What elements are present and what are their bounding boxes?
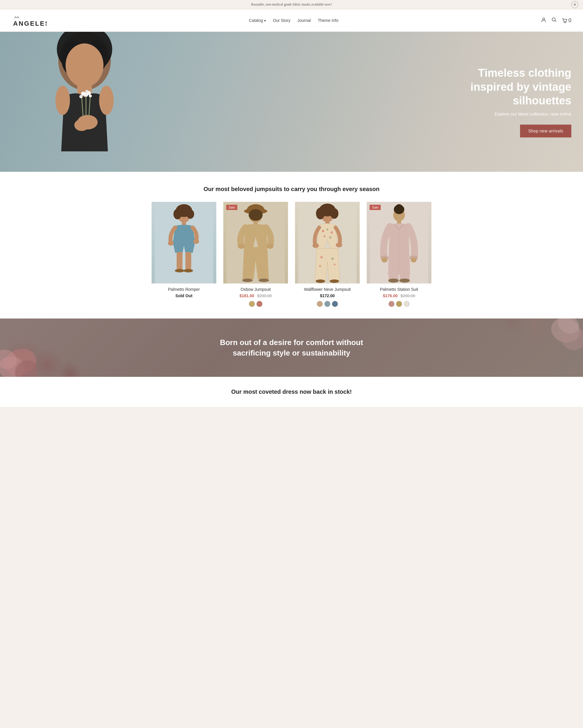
flower-decoration-right <box>536 318 583 365</box>
product-card-palmetto-romper[interactable]: Palmetto Romper Sold Out <box>151 202 216 307</box>
color-swatches-2 <box>223 301 288 307</box>
svg-text:Los: Los <box>14 15 19 19</box>
svg-point-43 <box>238 243 245 249</box>
swatch-gold2[interactable] <box>396 301 402 307</box>
svg-point-6 <box>565 22 566 23</box>
main-nav: Catalog Our Story Journal Theme Info <box>249 18 338 23</box>
original-price-2: $200.00 <box>257 293 272 298</box>
svg-point-69 <box>395 204 402 210</box>
swatch-floral1[interactable] <box>317 301 323 307</box>
product-name-3: Wallflower Neve Jumpsuit <box>295 287 360 292</box>
svg-point-24 <box>89 95 92 98</box>
announcement-text: Reusable, non-medical grade fabric masks… <box>251 2 332 6</box>
svg-point-50 <box>316 208 325 219</box>
account-icon[interactable] <box>541 17 547 24</box>
product-price-3: $172.00 <box>295 293 360 298</box>
product-card-palmetto-station[interactable]: Sale <box>367 202 432 307</box>
close-icon: × <box>573 2 576 7</box>
product-image-3 <box>295 202 360 284</box>
sale-badge-4: Sale <box>370 205 381 210</box>
nav-theme-info[interactable]: Theme Info <box>318 18 338 23</box>
swatch-floral3[interactable] <box>332 301 338 307</box>
hero-subtitle: Explore our latest collection, now onlin… <box>449 111 571 116</box>
bottom-section: Our most coveted dress now back in stock… <box>0 377 583 407</box>
search-icon[interactable] <box>551 17 557 24</box>
sale-badge-2: Sale <box>226 205 237 210</box>
svg-point-41 <box>249 209 262 221</box>
swatch-terracotta[interactable] <box>256 301 262 307</box>
regular-price-3: $172.00 <box>320 293 335 298</box>
svg-point-65 <box>330 280 339 283</box>
catalog-chevron-icon <box>264 18 266 23</box>
svg-point-11 <box>65 44 104 87</box>
svg-rect-32 <box>177 252 183 269</box>
svg-point-59 <box>331 258 334 260</box>
product-card-wallflower[interactable]: Wallflower Neve Jumpsuit $172.00 <box>295 202 360 307</box>
nav-our-story[interactable]: Our Story <box>273 18 290 23</box>
shop-new-arrivals-button[interactable]: Shop new arrivals <box>520 125 571 137</box>
sale-price-4: $176.00 <box>383 293 397 298</box>
product-name-4: Palmetto Station Suit <box>367 287 432 292</box>
product-price-2: $181.00 $200.00 <box>223 293 288 298</box>
svg-point-60 <box>319 265 321 267</box>
svg-point-79 <box>399 279 410 283</box>
svg-line-4 <box>555 20 556 22</box>
announcement-bar: Reusable, non-medical grade fabric masks… <box>0 0 583 9</box>
svg-point-56 <box>324 235 325 237</box>
swatch-floral2[interactable] <box>325 301 330 307</box>
original-price-4: $200.00 <box>400 293 415 298</box>
svg-point-36 <box>168 241 174 245</box>
product-price-1: Sold Out <box>151 293 216 298</box>
product-image-1 <box>151 202 216 284</box>
svg-point-46 <box>258 279 269 282</box>
cart-count: 0 <box>568 18 571 24</box>
banner-text: Born out of a desire for comfort without… <box>204 337 379 359</box>
announcement-close-button[interactable]: × <box>571 1 578 8</box>
sale-price-2: $181.00 <box>239 293 254 298</box>
svg-text:ANGELES: ANGELES <box>13 20 47 27</box>
svg-point-74 <box>382 258 387 262</box>
svg-point-44 <box>267 243 273 249</box>
sold-out-label: Sold Out <box>175 293 192 298</box>
svg-point-53 <box>322 230 324 232</box>
svg-point-5 <box>564 22 565 23</box>
logo[interactable]: Los ANGELES <box>12 13 47 28</box>
svg-point-25 <box>79 95 83 98</box>
svg-point-63 <box>336 243 342 247</box>
header: Los ANGELES Catalog Our Story Journal <box>0 9 583 32</box>
product-image-2: Sale <box>223 202 288 284</box>
product-card-oxbow-jumpsuit[interactable]: Sale <box>223 202 288 307</box>
svg-point-64 <box>316 280 325 283</box>
theme-info-label: Theme Info <box>318 18 338 23</box>
svg-point-78 <box>388 279 399 283</box>
products-section-title: Our most beloved jumpsuits to carry you … <box>12 186 571 192</box>
svg-point-29 <box>173 209 182 219</box>
svg-point-51 <box>330 208 338 219</box>
hero-section: Timeless clothing inspired by vintage si… <box>0 32 583 172</box>
catalog-label: Catalog <box>249 18 263 23</box>
nav-catalog[interactable]: Catalog <box>249 18 266 23</box>
svg-point-58 <box>321 256 323 258</box>
hero-model-image <box>18 32 163 172</box>
svg-point-16 <box>74 119 89 131</box>
swatch-blush[interactable] <box>389 301 394 307</box>
bottom-title: Our most coveted dress now back in stock… <box>12 389 571 395</box>
our-story-label: Our Story <box>273 18 290 23</box>
nav-journal[interactable]: Journal <box>297 18 311 23</box>
svg-point-37 <box>193 239 199 244</box>
swatch-white[interactable] <box>404 301 410 307</box>
journal-label: Journal <box>297 18 311 23</box>
product-name-1: Palmetto Romper <box>151 287 216 292</box>
svg-rect-33 <box>186 252 191 269</box>
cart-icon[interactable]: 0 <box>562 18 571 24</box>
svg-point-34 <box>175 269 184 272</box>
svg-point-23 <box>85 90 89 93</box>
products-section: Our most beloved jumpsuits to carry you … <box>0 172 583 318</box>
color-swatches-4 <box>367 301 432 307</box>
svg-point-2 <box>543 18 545 20</box>
swatch-gold[interactable] <box>249 301 255 307</box>
product-price-4: $176.00 $200.00 <box>367 293 432 298</box>
svg-point-35 <box>184 269 193 272</box>
products-grid: Palmetto Romper Sold Out Sale <box>151 202 432 307</box>
flower-decoration-left <box>0 324 53 377</box>
